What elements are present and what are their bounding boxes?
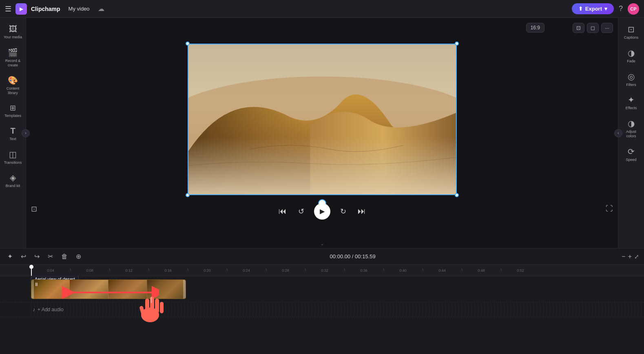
sidebar-item-templates[interactable]: ⊞ Templates [2, 100, 24, 121]
collapse-preview-icon[interactable]: ⌄ [320, 241, 324, 246]
your-media-icon: 🖼 [9, 24, 17, 34]
help-icon[interactable]: ? [619, 4, 623, 13]
record-create-icon: 🎬 [8, 48, 18, 57]
sidebar-label-effects: Effects [626, 106, 637, 110]
timeline-toolbar: ✦ ↩ ↪ ✂ 🗑 ⊕ 00:00.00 / 00:15.59 − + ⤢ [0, 248, 644, 265]
aspect-ratio-badge[interactable]: 16:9 [526, 23, 544, 33]
ruler-mark-044: 0:44 [423, 268, 462, 273]
sidebar-label-templates: Templates [4, 114, 21, 118]
timeline-content: 0:04 0:08 0:12 0:16 0:20 0:24 0:28 0:32 … [0, 265, 644, 354]
templates-icon: ⊞ [10, 103, 16, 112]
zoom-in-button[interactable]: + [628, 253, 632, 260]
sidebar-collapse-button[interactable]: › [22, 129, 30, 137]
ruler-mark-048: 0:48 [462, 268, 501, 273]
sidebar-label-transitions: Transitions [4, 161, 22, 165]
crop-button[interactable]: ⊡ [573, 23, 584, 33]
sidebar-item-brand-kit[interactable]: ◈ Brand kit [2, 169, 24, 191]
menu-icon[interactable]: ☰ [5, 4, 11, 13]
ruler-mark-032: 0:32 [305, 268, 344, 273]
topbar-right: ⬆ Export ▾ ? CP [572, 3, 639, 15]
video-canvas[interactable] [188, 44, 457, 195]
fullscreen-button[interactable]: ⛶ [606, 204, 613, 213]
sidebar-item-fade[interactable]: ◑ Fade [620, 45, 643, 67]
fit-to-view-button[interactable]: ⤢ [634, 253, 639, 260]
more-options-button[interactable]: ··· [601, 23, 613, 33]
play-button[interactable]: ▶ [314, 203, 330, 220]
cloud-sync-icon: ☁ [98, 5, 104, 13]
sidebar-item-effects[interactable]: ✦ Effects [620, 92, 643, 114]
rewind-button[interactable]: ↺ [297, 205, 306, 218]
timeline-area: ✦ ↩ ↪ ✂ 🗑 ⊕ 00:00.00 / 00:15.59 − + ⤢ 0:… [0, 248, 644, 354]
resize-handle-tr[interactable] [455, 42, 459, 46]
undo-button[interactable]: ↩ [18, 251, 29, 262]
sidebar-label-your-media: Your media [4, 35, 22, 40]
tracks-area: Aerial view of desert ⏸ [0, 276, 644, 354]
clip-thumb-4 [147, 280, 186, 299]
export-chevron-icon: ▾ [604, 6, 607, 12]
add-track-button[interactable]: ⊕ [73, 251, 84, 262]
avatar[interactable]: CP [628, 3, 639, 15]
subtitle-button[interactable]: ⊡ [31, 204, 37, 213]
sidebar-label-speed: Speed [626, 158, 636, 162]
svg-rect-2 [188, 137, 456, 194]
time-ruler: 0:04 0:08 0:12 0:16 0:20 0:24 0:28 0:32 … [0, 265, 644, 276]
zoom-out-button[interactable]: − [622, 253, 625, 260]
sidebar-item-captions[interactable]: ⊡ Captions [620, 21, 643, 43]
sidebar-item-transitions[interactable]: ◫ Transitions [2, 146, 24, 168]
ruler-mark-016: 0:16 [148, 268, 188, 273]
video-title[interactable]: My video [64, 4, 94, 13]
playhead[interactable] [31, 265, 32, 276]
forward-button[interactable]: ↻ [339, 205, 348, 218]
preview-section: 16:9 ⊡ ◻ ··· [26, 18, 618, 248]
time-separator: / [352, 253, 355, 259]
sidebar-item-filters[interactable]: ◎ Filters [620, 68, 643, 90]
transitions-icon: ◫ [9, 150, 17, 159]
skip-to-end-button[interactable]: ⏭ [356, 205, 367, 218]
split-button[interactable]: ✂ [45, 251, 55, 262]
text-icon: T [10, 126, 15, 136]
brand-kit-icon: ◈ [10, 173, 16, 182]
sidebar-item-speed[interactable]: ⟳ Speed [620, 143, 643, 165]
resize-handle-tl[interactable] [186, 42, 190, 46]
playback-controls: ⏮ ↺ ▶ ↻ ⏭ [277, 203, 367, 220]
timeline-zoom-controls: − + ⤢ [622, 253, 639, 260]
clip-thumb-3 [108, 280, 147, 299]
video-track-row: Aerial view of desert ⏸ [0, 276, 644, 302]
sidebar-label-content-library: Content library [7, 86, 20, 95]
content-library-icon: 🎨 [8, 75, 18, 85]
delete-button[interactable]: 🗑 [59, 251, 70, 262]
sidebar-item-adjust-colors[interactable]: ◑ Adjust colors [620, 115, 643, 142]
sidebar-label-record-create: Record & create [5, 59, 21, 68]
ruler-mark-004: 0:04 [31, 268, 70, 273]
sidebar-label-brand-kit: Brand kit [6, 184, 20, 188]
app-logo: ▶ [15, 3, 27, 15]
add-clip-button[interactable]: ✦ [5, 251, 15, 262]
topbar-left: ☰ ▶ Clipchamp My video ☁ [5, 3, 104, 15]
total-time: 00:15.59 [355, 253, 376, 259]
ruler-marks: 0:04 0:08 0:12 0:16 0:20 0:24 0:28 0:32 … [31, 265, 540, 276]
video-clip[interactable]: ⏸ [31, 279, 186, 299]
sidebar-label-text: Text [9, 137, 16, 141]
skip-to-start-button[interactable]: ⏮ [277, 205, 288, 218]
ruler-mark-040: 0:40 [383, 268, 423, 273]
export-icon: ⬆ [578, 6, 583, 12]
sidebar-item-text[interactable]: T Text [2, 123, 24, 145]
export-button[interactable]: ⬆ Export ▾ [572, 3, 614, 14]
filters-icon: ◎ [628, 72, 635, 81]
main-area: 🖼 Your media 🎬 Record & create 🎨 Content… [0, 18, 644, 248]
current-time: 00:00.00 [330, 253, 351, 259]
clip-end-handle[interactable] [183, 280, 186, 299]
ruler-mark-020: 0:20 [188, 268, 227, 273]
sidebar-item-record-create[interactable]: 🎬 Record & create [2, 44, 24, 71]
sidebar-item-content-library[interactable]: 🎨 Content library [2, 72, 24, 99]
redo-button[interactable]: ↪ [32, 251, 42, 262]
clip-thumb-2 [70, 280, 109, 299]
resize-button[interactable]: ◻ [587, 23, 599, 33]
ruler-mark-036: 0:36 [344, 268, 383, 273]
sidebar-item-your-media[interactable]: 🖼 Your media [2, 21, 24, 43]
timeline-time: 00:00.00 / 00:15.59 [330, 253, 376, 259]
audio-waveform [31, 306, 644, 314]
right-sidebar-collapse-button[interactable]: ‹ [614, 129, 622, 137]
adjust-colors-icon: ◑ [628, 119, 635, 128]
ruler-mark-008: 0:08 [70, 268, 109, 273]
